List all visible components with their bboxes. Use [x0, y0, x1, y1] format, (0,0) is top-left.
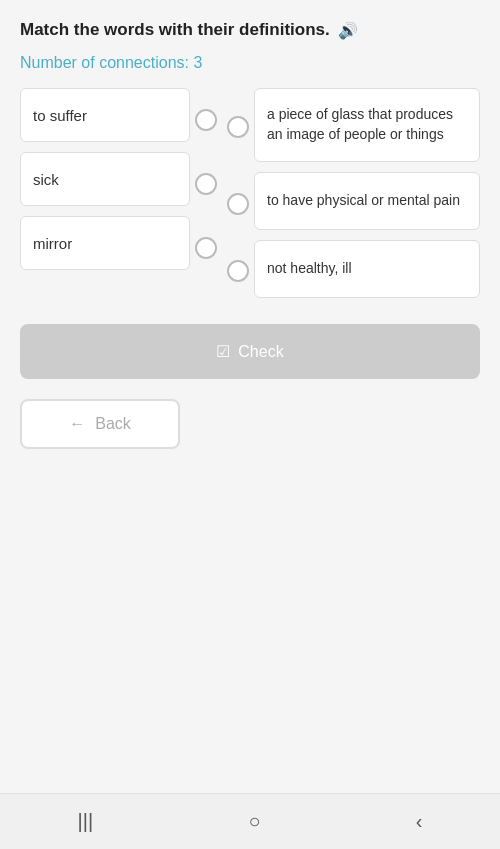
- radio-right-3[interactable]: [227, 260, 249, 282]
- home-icon[interactable]: ○: [248, 810, 260, 833]
- speaker-icon[interactable]: 🔊: [338, 21, 358, 40]
- connections-count: Number of connections: 3: [20, 54, 480, 72]
- radio-left-3[interactable]: [195, 237, 217, 259]
- radio-left-1[interactable]: [195, 109, 217, 131]
- left-radios: [190, 88, 222, 300]
- definition-card-1[interactable]: a piece of glass that produces an image …: [254, 88, 480, 162]
- word-card-1[interactable]: to suffer: [20, 88, 190, 142]
- radio-right-1[interactable]: [227, 116, 249, 138]
- words-list: to suffer sick mirror: [20, 88, 190, 300]
- back-button[interactable]: ← Back: [20, 399, 180, 449]
- nav-bar: ||| ○ ‹: [0, 793, 500, 849]
- check-icon: ☑: [216, 342, 230, 361]
- matching-area: to suffer sick mirror: [20, 88, 480, 300]
- definition-card-3[interactable]: not healthy, ill: [254, 240, 480, 298]
- check-button[interactable]: ☑ Check: [20, 324, 480, 379]
- word-card-2[interactable]: sick: [20, 152, 190, 206]
- page-title: Match the words with their definitions.: [20, 20, 330, 40]
- recent-apps-icon[interactable]: |||: [78, 810, 94, 833]
- definition-card-2[interactable]: to have physical or mental pain: [254, 172, 480, 230]
- right-radios: [222, 88, 254, 300]
- page-header: Match the words with their definitions. …: [20, 20, 480, 40]
- word-card-3[interactable]: mirror: [20, 216, 190, 270]
- radio-right-2[interactable]: [227, 193, 249, 215]
- back-arrow-icon: ←: [69, 415, 85, 433]
- radio-left-2[interactable]: [195, 173, 217, 195]
- back-nav-icon[interactable]: ‹: [416, 810, 423, 833]
- definitions-list: a piece of glass that produces an image …: [254, 88, 480, 300]
